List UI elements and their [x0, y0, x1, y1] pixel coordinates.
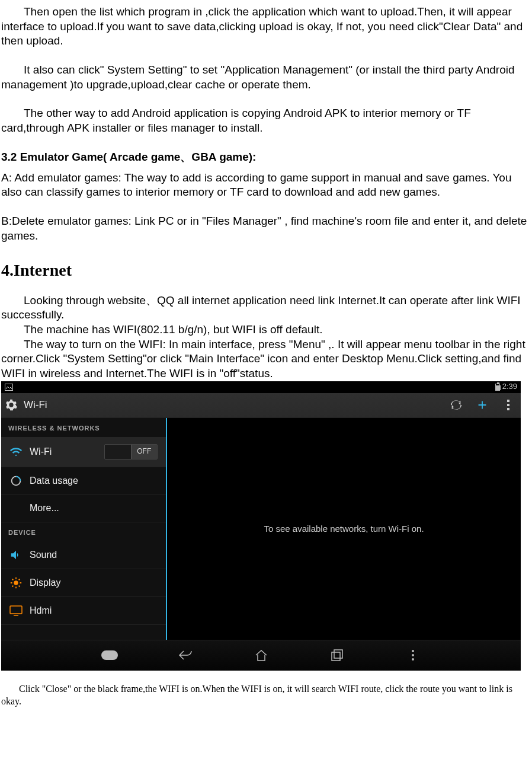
- nav-menu-icon[interactable]: [405, 647, 421, 663]
- paragraph: Looking through website、QQ all internet …: [1, 294, 528, 323]
- wifi-toggle[interactable]: OFF: [104, 444, 158, 460]
- picture-icon: [5, 384, 13, 391]
- overflow-menu-icon[interactable]: [502, 398, 515, 411]
- nav-home-icon[interactable]: [253, 647, 270, 663]
- settings-body: WIRELESS & NETWORKS Wi-Fi OFF Data usage: [1, 418, 521, 640]
- svg-rect-6: [10, 606, 22, 614]
- paragraph: The machine has WIFI(802.11 b/g/n), but …: [1, 323, 528, 337]
- app-bar: Wi-Fi: [1, 393, 521, 418]
- settings-gear-icon: [5, 398, 18, 411]
- sidebar-item-display[interactable]: Display: [1, 569, 166, 597]
- sidebar-item-data-usage[interactable]: Data usage: [1, 467, 166, 495]
- wifi-off-message: To see available networks, turn Wi-Fi on…: [264, 523, 424, 535]
- sidebar-item-label: Display: [30, 577, 60, 589]
- gamepad-icon[interactable]: [101, 647, 118, 663]
- paragraph: The other way to add Android application…: [1, 106, 528, 135]
- paragraph: B:Delete emulator games: Link PC or in "…: [1, 214, 528, 243]
- hdmi-icon: [9, 604, 23, 617]
- sidebar-item-sound[interactable]: Sound: [1, 541, 166, 569]
- svg-rect-1: [507, 400, 509, 402]
- wifi-icon: [9, 445, 23, 458]
- paragraph: The way to turn on the WIFI: In main int…: [1, 337, 528, 381]
- paragraph: Click "Close" or the black frame,the WIF…: [1, 682, 528, 708]
- section-header-device: DEVICE: [1, 522, 166, 541]
- android-settings-screenshot: 2:39 Wi-Fi WIRELESS & NETWORKS: [1, 381, 521, 671]
- section-header-wireless: WIRELESS & NETWORKS: [1, 418, 166, 437]
- sidebar-item-label: Hdmi: [30, 605, 52, 617]
- status-bar-right: 2:39: [495, 382, 517, 392]
- svg-rect-8: [332, 652, 340, 661]
- app-bar-actions: [450, 398, 517, 411]
- paragraph: A: Add emulator games: The way to add is…: [1, 171, 528, 200]
- sidebar-item-label: Sound: [30, 549, 57, 562]
- svg-rect-9: [334, 650, 342, 658]
- section-heading: 4.Internet: [1, 260, 528, 281]
- svg-rect-3: [507, 408, 509, 410]
- navigation-bar: [1, 640, 521, 671]
- battery-icon: [495, 384, 500, 391]
- display-icon: [9, 576, 23, 589]
- svg-point-12: [412, 658, 414, 661]
- svg-point-5: [14, 580, 18, 585]
- settings-sidebar: WIRELESS & NETWORKS Wi-Fi OFF Data usage: [1, 418, 167, 640]
- add-network-icon[interactable]: [476, 398, 489, 411]
- toggle-on-half: [105, 445, 131, 459]
- clock: 2:39: [502, 382, 517, 392]
- paragraph: Then open the list which program in ,cli…: [1, 5, 528, 49]
- svg-point-11: [412, 654, 414, 656]
- sidebar-item-label: More...: [30, 502, 59, 515]
- toggle-off-half: OFF: [131, 445, 158, 459]
- refresh-icon[interactable]: [450, 398, 463, 411]
- sound-icon: [9, 548, 23, 562]
- svg-rect-2: [507, 404, 509, 406]
- nav-recent-icon[interactable]: [329, 647, 345, 663]
- svg-rect-0: [5, 384, 13, 390]
- svg-point-10: [412, 650, 414, 652]
- subsection-heading: 3.2 Emulator Game( Arcade game、GBA game)…: [1, 150, 528, 165]
- sidebar-item-label: Data usage: [30, 475, 78, 487]
- sidebar-item-label: Wi-Fi: [30, 446, 52, 458]
- app-bar-title: Wi-Fi: [24, 398, 444, 411]
- status-bar-left: [5, 384, 13, 391]
- sidebar-item-more[interactable]: More...: [1, 495, 166, 522]
- status-bar: 2:39: [1, 381, 521, 393]
- wifi-main-pane: To see available networks, turn Wi-Fi on…: [167, 418, 521, 640]
- sidebar-item-wifi[interactable]: Wi-Fi OFF: [1, 437, 166, 467]
- data-usage-icon: [9, 474, 23, 487]
- paragraph: It also can click" System Setting" to se…: [1, 63, 528, 92]
- sidebar-item-hdmi[interactable]: Hdmi: [1, 597, 166, 625]
- nav-back-icon[interactable]: [177, 647, 194, 663]
